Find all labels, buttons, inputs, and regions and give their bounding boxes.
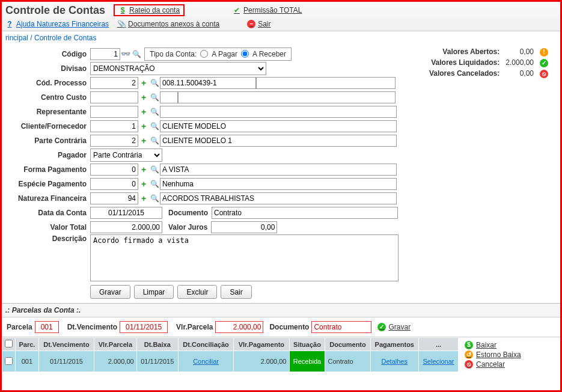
centrocusto-input[interactable] xyxy=(90,91,138,103)
breadcrumb[interactable]: rincipal / Controle de Contas xyxy=(2,31,560,44)
areceber-radio[interactable] xyxy=(241,50,249,58)
cell-venc: 01/11/2015 xyxy=(38,351,94,372)
search-icon[interactable]: 🔍 xyxy=(131,49,142,60)
natureza-desc-input[interactable] xyxy=(160,192,397,204)
natureza-input[interactable] xyxy=(90,192,138,204)
sair-link[interactable]: – Sair xyxy=(247,20,270,28)
formapag-desc-input[interactable] xyxy=(160,164,397,176)
valortotal-input[interactable] xyxy=(90,221,162,233)
gravar-button[interactable]: Gravar xyxy=(90,285,130,299)
baixar-action[interactable]: $Baixar xyxy=(465,341,521,349)
permissao-label: Permissão TOTAL xyxy=(243,6,302,14)
add-icon[interactable]: + xyxy=(138,121,149,132)
dataconta-input[interactable] xyxy=(90,207,162,219)
especie-input[interactable] xyxy=(90,178,138,190)
valorjuros-input[interactable] xyxy=(211,221,277,233)
cancelar-action[interactable]: ⦸Cancelar xyxy=(465,360,521,369)
rateio-link[interactable]: $ Rateio da conta xyxy=(114,4,185,16)
add-icon[interactable]: + xyxy=(138,78,149,88)
search-icon[interactable]: 🔍 xyxy=(149,135,160,146)
cell-selecionar: Selecionar xyxy=(418,351,458,372)
centrocusto-desc-input[interactable] xyxy=(178,91,396,103)
col-pag[interactable]: Vlr.Pagamento xyxy=(234,338,289,351)
codprocesso-desc-input[interactable] xyxy=(160,77,256,89)
vlr-input[interactable] xyxy=(215,321,263,333)
excluir-button[interactable]: Excluir xyxy=(177,285,217,299)
permissao-link[interactable]: ✔ Permissão TOTAL xyxy=(233,6,302,14)
cell-doc: Contrato xyxy=(325,351,370,372)
cliente-input[interactable] xyxy=(90,120,138,132)
venc-label: Dt.Vencimento xyxy=(67,323,117,331)
tipo-label: Tipo da Conta: xyxy=(150,50,197,58)
doc-input[interactable] xyxy=(311,321,371,333)
apagar-text: A Pagar xyxy=(212,50,237,58)
cell-pagamentos: Detalhes xyxy=(370,351,418,372)
limpar-button[interactable]: Limpar xyxy=(134,285,174,299)
codprocesso-extra-input[interactable] xyxy=(256,77,396,89)
codprocesso-input[interactable] xyxy=(90,77,138,89)
add-icon[interactable]: + xyxy=(138,193,149,204)
estorno-action[interactable]: ↺Estorno Baixa xyxy=(465,351,521,359)
col-sit[interactable]: Situação xyxy=(289,338,325,351)
search-icon[interactable]: 🔍 xyxy=(149,92,160,103)
parte-desc-input[interactable] xyxy=(160,135,397,147)
conciliar-link[interactable]: Conciliar xyxy=(193,358,219,365)
divisao-select[interactable]: DEMONSTRAÇÃO xyxy=(90,62,266,75)
search-icon[interactable]: 🔍 xyxy=(149,121,160,132)
sair-button[interactable]: Sair xyxy=(221,285,251,299)
pagador-select[interactable]: Parte Contrária xyxy=(90,149,162,162)
col-venc[interactable]: Dt.Vencimento xyxy=(38,338,94,351)
search-icon[interactable]: 🔍 xyxy=(149,78,160,88)
add-icon[interactable]: + xyxy=(138,135,149,146)
add-icon[interactable]: + xyxy=(138,92,149,103)
parcela-gravar-link[interactable]: ✓ Gravar xyxy=(377,323,411,331)
search-icon[interactable]: 🔍 xyxy=(149,164,160,175)
clip-icon: 📎 xyxy=(117,20,126,28)
col-extra[interactable]: ... xyxy=(418,338,458,351)
grid-check-header[interactable] xyxy=(2,338,16,351)
cell-parc: 001 xyxy=(16,351,39,372)
row-checkbox[interactable] xyxy=(5,357,13,365)
cliente-desc-input[interactable] xyxy=(160,120,397,132)
valorjuros-label: Valor Juros xyxy=(162,223,211,231)
parte-input[interactable] xyxy=(90,135,138,147)
select-all-checkbox[interactable] xyxy=(5,340,13,348)
descricao-textarea[interactable]: Acordo firmado a vista xyxy=(90,234,399,281)
col-pagamentos[interactable]: Pagamentos xyxy=(370,338,418,351)
binoculars-icon[interactable]: 👓 xyxy=(120,49,131,60)
search-icon[interactable]: 🔍 xyxy=(149,193,160,204)
formapag-input[interactable] xyxy=(90,164,138,176)
col-parc[interactable]: Parc. xyxy=(16,338,39,351)
add-icon[interactable]: + xyxy=(138,106,149,117)
col-doc[interactable]: Documento xyxy=(325,338,370,351)
venc-input[interactable] xyxy=(120,321,168,333)
col-concil[interactable]: Dt.Conciliação xyxy=(178,338,233,351)
anexos-link[interactable]: 📎 Documentos anexos à conta xyxy=(117,20,219,28)
natureza-label: Natureza Financeira xyxy=(4,194,90,203)
totals-panel: Valores Abertos:0,00! Valores Liquidados… xyxy=(426,46,552,79)
cell-vlr: 2.000,00 xyxy=(94,351,137,372)
search-icon[interactable]: 🔍 xyxy=(149,179,160,189)
liquidados-value: 2.000,00 xyxy=(503,58,536,67)
representante-input[interactable] xyxy=(90,106,138,118)
especie-desc-input[interactable] xyxy=(160,178,397,190)
table-row[interactable]: 001 01/11/2015 2.000,00 01/11/2015 Conci… xyxy=(2,351,459,372)
sair-label: Sair xyxy=(258,20,270,28)
baixar-label: Baixar xyxy=(476,341,496,349)
ajuda-link[interactable]: ? Ajuda Naturezas Financeiras xyxy=(5,20,109,28)
centrocusto-code-input[interactable] xyxy=(160,91,178,103)
parcela-input[interactable] xyxy=(35,321,59,333)
codprocesso-label: Cód. Processo xyxy=(4,79,90,87)
detalhes-link[interactable]: Detalhes xyxy=(382,358,408,365)
representante-desc-input[interactable] xyxy=(160,106,397,118)
col-vlr[interactable]: Vlr.Parcela xyxy=(94,338,137,351)
col-baixa[interactable]: Dt.Baixa xyxy=(136,338,178,351)
codigo-input[interactable] xyxy=(90,48,120,60)
selecionar-link[interactable]: Selecionar xyxy=(423,358,454,365)
documento-input[interactable] xyxy=(212,207,398,219)
add-icon[interactable]: + xyxy=(138,179,149,189)
apagar-radio[interactable] xyxy=(200,50,208,58)
search-icon[interactable]: 🔍 xyxy=(149,106,160,117)
warn-icon: ! xyxy=(540,48,548,57)
add-icon[interactable]: + xyxy=(138,164,149,175)
